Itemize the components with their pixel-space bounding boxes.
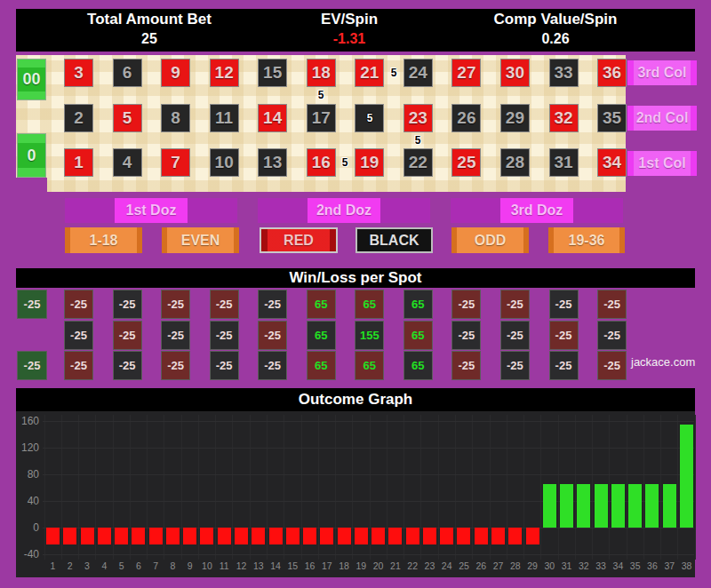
bet-spot-number-3[interactable]: 3 <box>64 59 93 87</box>
grid-vline <box>660 415 661 560</box>
bet-chip-split-16-19[interactable]: 5 <box>342 156 348 169</box>
number-label: 35 <box>603 108 621 128</box>
bet-spot-number-7[interactable]: 7 <box>161 148 190 177</box>
bet-spot-double-zero[interactable]: 00 <box>17 59 46 100</box>
bet-chip-split-21-24[interactable]: 5 <box>391 67 397 79</box>
number-label: 28 <box>506 153 524 172</box>
grid-hline <box>43 421 694 422</box>
bet-spot-number-16[interactable]: 16 <box>307 148 336 177</box>
winloss-value: 65 <box>411 298 424 311</box>
bet-button-1st-dozen[interactable]: 1st Doz <box>65 198 237 223</box>
bet-spot-number-29[interactable]: 29 <box>500 104 530 132</box>
winloss-value: 65 <box>363 359 376 372</box>
bet-spot-number-32[interactable]: 32 <box>549 104 579 132</box>
bet-spot-number-21[interactable]: 21 <box>355 59 384 87</box>
x-axis-tick: 2 <box>61 560 79 571</box>
number-label: 19 <box>360 153 379 172</box>
bet-spot-number-24[interactable]: 24 <box>403 59 433 87</box>
bet-button-2nd-column[interactable]: 2nd Col <box>627 106 697 131</box>
winloss-26: -25 <box>451 321 481 350</box>
bet-spot-number-13[interactable]: 13 <box>258 148 287 177</box>
outcome-bar-spin-23 <box>423 528 436 544</box>
bet-spot-number-8[interactable]: 8 <box>161 104 190 132</box>
bet-spot-number-26[interactable]: 26 <box>451 104 481 132</box>
y-axis-tick: -40 <box>16 549 39 560</box>
number-label: 15 <box>263 63 282 83</box>
grid-vline <box>592 415 593 560</box>
bet-spot-number-36[interactable]: 36 <box>597 59 627 87</box>
grid-hline <box>43 474 694 475</box>
2nd-dozen-inner: 2nd Doz <box>308 198 380 223</box>
bet-button-odd[interactable]: ODD <box>451 227 529 253</box>
low-label: 1-18 <box>89 233 117 249</box>
bet-spot-number-11[interactable]: 11 <box>210 104 239 132</box>
winloss-13: -25 <box>258 351 287 380</box>
bet-spot-number-19[interactable]: 19 <box>355 148 384 177</box>
bet-spot-number-22[interactable]: 22 <box>403 148 433 177</box>
outcome-bar-spin-5 <box>115 528 128 544</box>
bet-spot-number-35[interactable]: 35 <box>597 104 627 132</box>
bet-spot-number-17[interactable]: 17 <box>307 104 336 132</box>
bet-spot-number-25[interactable]: 25 <box>451 148 481 177</box>
double-zero-label: 00 <box>22 70 40 89</box>
grid-vline <box>164 415 164 560</box>
bet-button-red[interactable]: RED <box>260 227 338 253</box>
bet-spot-number-27[interactable]: 27 <box>451 59 481 87</box>
bet-spot-zero[interactable]: 0 <box>17 133 46 178</box>
number-label: 30 <box>506 63 524 83</box>
grid-vline <box>627 415 627 560</box>
bet-spot-number-14[interactable]: 14 <box>258 104 287 132</box>
bet-chip-split-17-18[interactable]: 5 <box>318 89 324 101</box>
zero-label: 0 <box>27 147 36 165</box>
x-axis-tick: 19 <box>352 560 370 571</box>
bet-spot-number-28[interactable]: 28 <box>500 148 530 177</box>
bet-spot-number-1[interactable]: 1 <box>64 148 93 177</box>
grid-vline <box>403 415 404 560</box>
bet-spot-number-30[interactable]: 30 <box>500 59 530 87</box>
stat-comp-value: Comp Value/Spin 0.26 <box>416 9 695 52</box>
bet-button-even[interactable]: EVEN <box>162 227 239 253</box>
grid-vline <box>232 415 233 560</box>
winloss-value: -25 <box>507 329 523 342</box>
bet-chip-split-22-23[interactable]: 5 <box>415 134 421 147</box>
grid-vline <box>558 415 559 560</box>
bet-spot-number-12[interactable]: 12 <box>210 59 239 87</box>
bet-spot-number-18[interactable]: 18 <box>307 59 336 87</box>
bet-button-2nd-dozen[interactable]: 2nd Doz <box>258 198 430 223</box>
winloss-19: 65 <box>355 351 384 380</box>
bet-chip-straight-20[interactable]: 5 <box>367 112 373 124</box>
2nd-col-label: 2nd Col <box>636 110 689 126</box>
outcome-bar-spin-21 <box>388 528 402 544</box>
1st-dozen-label: 1st Doz <box>126 203 177 219</box>
outcome-bar-spin-37 <box>663 484 676 528</box>
winloss-value: 65 <box>315 329 327 342</box>
outcome-bar-spin-25 <box>457 528 470 544</box>
bet-spot-number-6[interactable]: 6 <box>113 59 142 87</box>
number-label: 22 <box>409 153 427 172</box>
bet-button-3rd-column[interactable]: 3rd Col <box>627 60 697 85</box>
watermark: jackace.com <box>631 355 695 369</box>
number-label: 13 <box>263 153 282 172</box>
bet-button-black[interactable]: BLACK <box>356 227 433 253</box>
bet-spot-number-10[interactable]: 10 <box>210 148 239 177</box>
bet-spot-number-5[interactable]: 5 <box>113 104 142 132</box>
bet-spot-number-4[interactable]: 4 <box>113 148 142 177</box>
bet-spot-number-9[interactable]: 9 <box>161 59 190 87</box>
bet-spot-number-2[interactable]: 2 <box>64 104 93 132</box>
bet-spot-number-34[interactable]: 34 <box>597 148 627 177</box>
grid-vline <box>677 415 678 560</box>
bet-spot-number-33[interactable]: 33 <box>549 59 579 87</box>
number-label: 23 <box>409 108 427 128</box>
winloss-34: -25 <box>597 351 627 380</box>
number-label: 16 <box>312 153 331 172</box>
bet-button-1st-column[interactable]: 1st Col <box>627 151 697 176</box>
bet-button-19-36[interactable]: 19-36 <box>548 227 625 253</box>
bet-spot-number-15[interactable]: 15 <box>258 59 287 87</box>
outcome-bar-spin-4 <box>98 528 111 544</box>
x-axis-tick: 5 <box>113 560 131 571</box>
bet-spot-number-31[interactable]: 31 <box>549 148 579 177</box>
bet-button-3rd-dozen[interactable]: 3rd Doz <box>451 198 623 223</box>
bet-button-1-18[interactable]: 1-18 <box>65 227 142 253</box>
winloss-6: -25 <box>113 290 142 319</box>
bet-spot-number-23[interactable]: 23 <box>403 104 433 132</box>
